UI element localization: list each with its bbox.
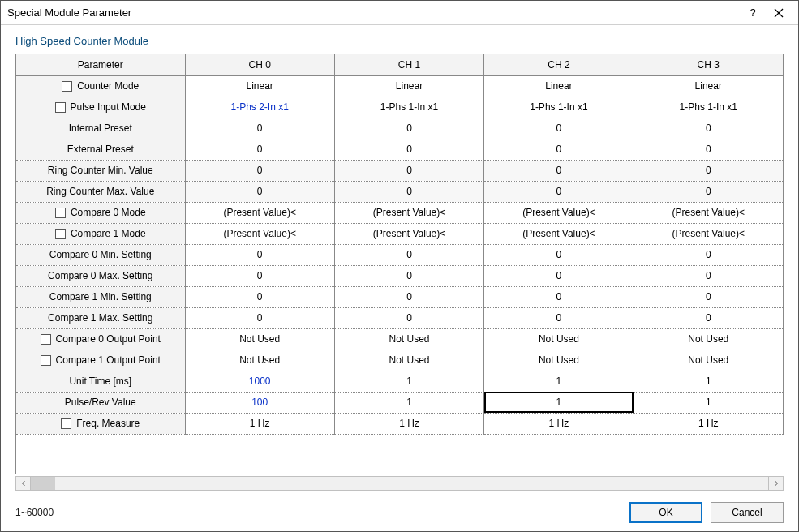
value-cell-ch1[interactable]: 1	[334, 392, 483, 413]
value-cell-ch0[interactable]: 0	[185, 307, 334, 328]
value-cell-ch2[interactable]: 0	[484, 139, 634, 160]
value-cell-ch0[interactable]: 0	[185, 265, 334, 286]
value-cell-ch0[interactable]: 0	[185, 286, 334, 307]
scroll-right-arrow[interactable]	[768, 477, 783, 490]
value-cell-ch3[interactable]: 0	[634, 265, 783, 286]
value-cell-ch3[interactable]: 0	[634, 139, 783, 160]
value-cell-ch1[interactable]: (Present Value)<	[334, 202, 483, 223]
value-cell-ch3[interactable]: Linear	[634, 75, 783, 97]
param-cell[interactable]: Compare 1 Output Point	[16, 350, 185, 371]
value-cell-ch0[interactable]: 1 Hz	[185, 413, 334, 434]
close-button[interactable]	[766, 3, 792, 23]
value-cell-ch3[interactable]: 1	[634, 371, 783, 392]
param-cell[interactable]: Compare 0 Max. Setting	[16, 265, 185, 286]
value-cell-ch2[interactable]: 0	[484, 265, 634, 286]
param-cell[interactable]: Internal Preset	[16, 118, 185, 139]
param-checkbox[interactable]	[61, 418, 71, 429]
scroll-thumb[interactable]	[31, 477, 55, 490]
ok-button[interactable]: OK	[629, 502, 702, 523]
value-cell-ch2[interactable]: 0	[484, 307, 634, 328]
value-cell-ch2[interactable]: Not Used	[484, 350, 634, 371]
scroll-left-arrow[interactable]	[16, 477, 31, 490]
param-cell[interactable]: Ring Counter Min. Value	[16, 160, 185, 181]
param-checkbox[interactable]	[55, 208, 66, 218]
value-cell-ch1[interactable]: 0	[334, 139, 483, 160]
value-cell-ch2[interactable]: 1	[484, 392, 634, 413]
cancel-button[interactable]: Cancel	[711, 502, 784, 523]
value-cell-ch2[interactable]: 0	[484, 244, 634, 265]
value-cell-ch1[interactable]: 1 Hz	[334, 413, 483, 434]
value-cell-ch0[interactable]: 0	[185, 181, 334, 202]
value-cell-ch3[interactable]: 0	[634, 244, 783, 265]
value-cell-ch1[interactable]: Not Used	[334, 350, 483, 371]
value-cell-ch0[interactable]: 0	[185, 139, 334, 160]
value-cell-ch1[interactable]: 0	[334, 118, 483, 139]
value-cell-ch3[interactable]: 0	[634, 118, 783, 139]
value-cell-ch3[interactable]: 0	[634, 160, 783, 181]
value-cell-ch2[interactable]: (Present Value)<	[484, 202, 634, 223]
value-cell-ch0[interactable]: (Present Value)<	[185, 223, 334, 244]
value-cell-ch0[interactable]: 1000	[185, 371, 334, 392]
param-cell[interactable]: Compare 1 Max. Setting	[16, 307, 185, 328]
value-cell-ch3[interactable]: (Present Value)<	[634, 202, 783, 223]
value-cell-ch1[interactable]: 0	[334, 265, 483, 286]
value-cell-ch1[interactable]: Not Used	[334, 328, 483, 350]
value-cell-ch3[interactable]: Not Used	[634, 328, 783, 350]
value-cell-ch1[interactable]: (Present Value)<	[334, 223, 483, 244]
param-cell[interactable]: Compare 0 Min. Setting	[16, 244, 185, 265]
param-cell[interactable]: Pulse/Rev Value	[16, 392, 185, 413]
value-cell-ch0[interactable]: Not Used	[185, 328, 334, 350]
param-cell[interactable]: Ring Counter Max. Value	[16, 181, 185, 202]
value-cell-ch3[interactable]: Not Used	[634, 350, 783, 371]
param-cell[interactable]: External Preset	[16, 139, 185, 160]
param-cell[interactable]: Unit Time [ms]	[16, 371, 185, 392]
param-checkbox[interactable]	[62, 81, 72, 92]
value-cell-ch3[interactable]: 0	[634, 307, 783, 328]
value-cell-ch2[interactable]: 0	[484, 181, 634, 202]
value-cell-ch2[interactable]: 1-Phs 1-In x1	[484, 97, 634, 118]
value-cell-ch2[interactable]: 0	[484, 160, 634, 181]
param-checkbox[interactable]	[41, 334, 51, 345]
value-cell-ch1[interactable]: 0	[334, 307, 483, 328]
value-cell-ch2[interactable]: 1	[484, 371, 634, 392]
param-checkbox[interactable]	[55, 102, 66, 113]
value-cell-ch1[interactable]: 1-Phs 1-In x1	[334, 97, 483, 118]
value-cell-ch3[interactable]: 1	[634, 392, 783, 413]
value-cell-ch2[interactable]: Not Used	[484, 328, 634, 350]
value-cell-ch1[interactable]: 0	[334, 181, 483, 202]
value-cell-ch0[interactable]: 100	[185, 392, 334, 413]
param-checkbox[interactable]	[41, 355, 51, 366]
value-cell-ch1[interactable]: Linear	[334, 75, 483, 97]
value-cell-ch0[interactable]: 1-Phs 2-In x1	[185, 97, 334, 118]
param-cell[interactable]: Compare 1 Mode	[16, 223, 185, 244]
value-cell-ch2[interactable]: (Present Value)<	[484, 223, 634, 244]
value-cell-ch2[interactable]: Linear	[484, 75, 634, 97]
value-cell-ch1[interactable]: 0	[334, 160, 483, 181]
value-cell-ch1[interactable]: 0	[334, 244, 483, 265]
value-cell-ch0[interactable]: (Present Value)<	[185, 202, 334, 223]
value-cell-ch3[interactable]: 0	[634, 286, 783, 307]
value-cell-ch2[interactable]: 0	[484, 118, 634, 139]
value-cell-ch0[interactable]: Not Used	[185, 350, 334, 371]
horizontal-scrollbar[interactable]	[15, 476, 784, 491]
param-cell[interactable]: Compare 0 Mode	[16, 202, 185, 223]
value-cell-ch3[interactable]: (Present Value)<	[634, 223, 783, 244]
param-checkbox[interactable]	[55, 229, 66, 239]
param-cell[interactable]: Compare 0 Output Point	[16, 328, 185, 350]
value-cell-ch3[interactable]: 1-Phs 1-In x1	[634, 97, 783, 118]
value-cell-ch1[interactable]: 1	[334, 371, 483, 392]
param-cell[interactable]: Freq. Measure	[16, 413, 185, 434]
value-cell-ch3[interactable]: 0	[634, 181, 783, 202]
param-cell[interactable]: Pulse Input Mode	[16, 97, 185, 118]
help-button[interactable]: ?	[740, 3, 766, 23]
param-cell[interactable]: Compare 1 Min. Setting	[16, 286, 185, 307]
param-cell[interactable]: Counter Mode	[16, 75, 185, 97]
value-cell-ch2[interactable]: 0	[484, 286, 634, 307]
value-cell-ch3[interactable]: 1 Hz	[634, 413, 783, 434]
value-cell-ch1[interactable]: 0	[334, 286, 483, 307]
value-cell-ch2[interactable]: 1 Hz	[484, 413, 634, 434]
value-cell-ch0[interactable]: 0	[185, 244, 334, 265]
value-cell-ch0[interactable]: 0	[185, 118, 334, 139]
value-cell-ch0[interactable]: 0	[185, 160, 334, 181]
value-cell-ch0[interactable]: Linear	[185, 75, 334, 97]
